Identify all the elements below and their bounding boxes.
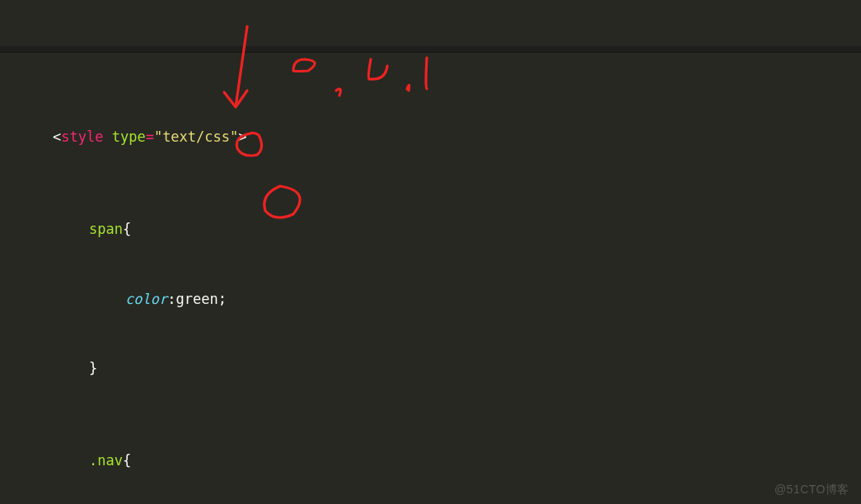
code-line: <style type="text/css">: [16, 125, 861, 148]
code-line: color:green;: [16, 287, 861, 310]
code-line: }: [16, 357, 861, 380]
code-line: span{: [16, 217, 861, 240]
code-editor[interactable]: <style type="text/css"> span{ color:gree…: [0, 0, 861, 504]
code-line: .nav{: [16, 449, 861, 472]
tab-bar: [0, 46, 861, 53]
watermark: @51CTO博客: [774, 480, 849, 499]
